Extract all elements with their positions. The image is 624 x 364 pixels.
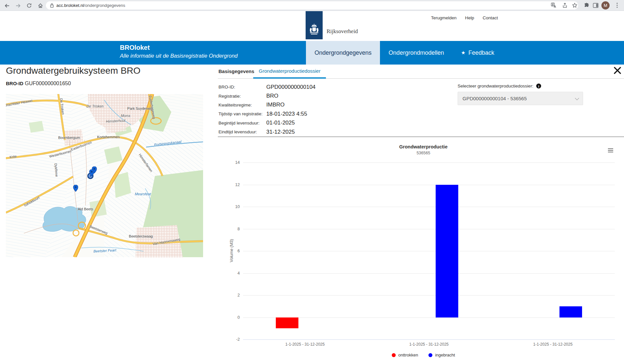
detail-label: Eindtijd levensduur: <box>218 129 266 134</box>
profile-avatar[interactable]: M <box>601 1 610 10</box>
translate-icon[interactable] <box>550 1 558 9</box>
chart-x-label: 1-1-2025 - 31-12-2025 <box>266 342 344 347</box>
chart: Grondwaterproductie 536565 Volume (M3) o… <box>223 140 624 364</box>
header-links: Terugmelden Help Contact <box>431 15 498 20</box>
map[interactable]: Drachtster HeaweiDe TriskenDe TriskenPar… <box>6 94 203 257</box>
chart-legend: onttrokkeningebracht <box>223 353 624 357</box>
map-pin-marker[interactable] <box>89 169 94 178</box>
extensions-icon[interactable] <box>582 1 590 9</box>
legend-dot-icon <box>428 353 432 357</box>
panel-divider <box>218 137 624 137</box>
chart-y-tick: 0 <box>223 315 240 320</box>
chart-gridline <box>243 251 615 251</box>
back-icon[interactable] <box>3 1 11 10</box>
chart-subtitle: 536565 <box>223 151 624 155</box>
chart-bar-ingebracht[interactable] <box>436 185 458 317</box>
detail-value: BRO <box>266 93 278 99</box>
chart-bar-ingebracht[interactable] <box>559 306 582 317</box>
detail-list: BRO-ID:GPD000000000104Registratie:BROKwa… <box>218 83 315 136</box>
detail-row: Tijdstip van registratie:18-01-2023 4:55 <box>218 109 315 118</box>
chart-gridline <box>243 163 615 163</box>
lock-icon <box>50 3 54 9</box>
chart-menu-icon[interactable] <box>607 147 615 153</box>
detail-row: Registratie:BRO <box>218 91 315 100</box>
brand[interactable]: BROloket Alle informatie uit de Basisreg… <box>120 44 238 59</box>
detail-label: Kwaliteitsregime: <box>218 103 266 107</box>
chart-y-tick: 2 <box>223 293 240 297</box>
chart-gridline <box>243 229 615 229</box>
map-basemap <box>6 94 203 257</box>
chart-x-label: 1-1-2025 - 31-12-2025 <box>514 342 592 347</box>
chart-y-tick: 8 <box>223 227 240 231</box>
nav-tab-ondergrondmodellen[interactable]: Ondergrondmodellen <box>380 41 452 65</box>
detail-label: Tijdstip van registratie: <box>218 111 266 116</box>
brand-subtitle: Alle informatie uit de Basisregistratie … <box>120 53 238 59</box>
detail-row: BRO-ID:GPD000000000104 <box>218 83 315 91</box>
url-bar[interactable]: acc.broloket.nl/ondergrondgegevens <box>46 1 578 10</box>
tab-basisgegevens[interactable]: Basisgegevens <box>218 68 254 74</box>
side-panel-icon[interactable] <box>592 1 599 9</box>
main-nav: BROloket Alle informatie uit de Basisreg… <box>0 41 624 65</box>
chart-x-label: 1-1-2025 - 31-12-2025 <box>390 342 468 347</box>
bookmark-star-icon[interactable] <box>571 1 578 9</box>
legend-item-onttrokken[interactable]: onttrokken <box>392 353 418 357</box>
menu-dots-icon[interactable] <box>613 1 621 9</box>
detail-label: Registratie: <box>218 94 266 99</box>
detail-value: GPD000000000104 <box>266 84 315 90</box>
detail-value: IMBRO <box>266 102 285 108</box>
chart-y-tick: 4 <box>223 271 240 276</box>
nav-tab-ondergrondgegevens[interactable]: Ondergrondgegevens <box>306 41 380 65</box>
bro-id-label: BRO-ID <box>6 81 23 86</box>
forward-icon[interactable] <box>14 1 22 10</box>
dossier-select[interactable]: GPD000000000104 - 536565 <box>458 92 583 105</box>
logo-wordmark: Rijksoverheid <box>327 28 358 35</box>
url-path: /ondergrondgegevens <box>84 3 125 8</box>
legend-item-ingebracht[interactable]: ingebracht <box>428 353 455 357</box>
bro-id-value: GUF000000001650 <box>25 81 71 86</box>
detail-panel-tabs: Basisgegevens Grondwaterproductiedossier <box>218 65 624 79</box>
detail-row: Eindtijd levensduur:31-12-2025 <box>218 127 315 136</box>
legend-label: onttrokken <box>398 353 418 357</box>
chart-y-tick: -2 <box>223 337 240 342</box>
dossier-selector-label: Selecteer grondwaterproductiedossier: i <box>458 84 583 88</box>
brand-title: BROloket <box>120 44 238 51</box>
chart-y-tick: 12 <box>223 182 240 187</box>
dossier-selector: Selecteer grondwaterproductiedossier: i … <box>458 84 583 105</box>
browser-toolbar: acc.broloket.nl/ondergrondgegevens M <box>0 0 624 11</box>
reload-icon[interactable] <box>25 1 33 10</box>
info-icon[interactable]: i <box>536 84 541 88</box>
site-header: Rijksoverheid Terugmelden Help Contact <box>0 11 624 41</box>
link-contact[interactable]: Contact <box>482 15 498 20</box>
chart-y-tick: 6 <box>223 249 240 253</box>
legend-dot-icon <box>392 353 396 357</box>
chart-y-tick: 14 <box>223 160 240 165</box>
detail-label: Begintijd levensduur: <box>218 121 266 125</box>
bro-id-line: BRO-ID GUF000000001650 <box>6 81 71 86</box>
detail-row: Begintijd levensduur:01-01-2025 <box>218 119 315 127</box>
home-icon[interactable] <box>36 1 45 10</box>
star-icon: ★ <box>461 50 465 56</box>
map-pin-marker[interactable] <box>73 185 78 193</box>
link-help[interactable]: Help <box>465 15 474 20</box>
detail-value: 18-01-2023 4:55 <box>266 111 307 117</box>
detail-label: BRO-ID: <box>218 85 266 89</box>
tab-grondwaterproductiedossier[interactable]: Grondwaterproductiedossier <box>253 65 326 79</box>
chart-gridline <box>243 317 615 318</box>
chart-gridline <box>243 185 615 185</box>
close-icon[interactable] <box>613 66 622 75</box>
chevron-down-icon <box>575 96 579 100</box>
link-terugmelden[interactable]: Terugmelden <box>431 15 457 20</box>
rijksoverheid-logo[interactable] <box>306 11 323 39</box>
share-icon[interactable] <box>561 1 569 9</box>
chart-gridline <box>243 207 615 207</box>
page-title: Grondwatergebruiksysteem BRO <box>6 66 141 76</box>
nav-tab-feedback[interactable]: ★Feedback <box>452 41 503 65</box>
chart-bar-onttrokken[interactable] <box>276 317 298 329</box>
nav-tabs: Ondergrondgegevens Ondergrondmodellen ★F… <box>306 41 503 65</box>
detail-value: 31-12-2025 <box>266 129 295 135</box>
chart-gridline <box>243 295 615 296</box>
url-domain: acc.broloket.nl <box>56 3 84 8</box>
chart-title: Grondwaterproductie <box>223 144 624 149</box>
detail-row: Kwaliteitsregime:IMBRO <box>218 101 315 109</box>
chart-gridline <box>243 339 615 340</box>
